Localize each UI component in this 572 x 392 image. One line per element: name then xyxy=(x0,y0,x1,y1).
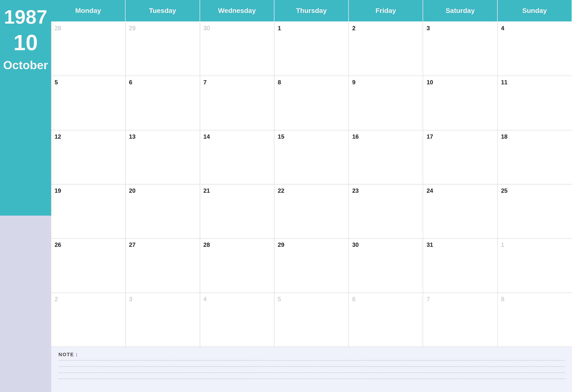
day-number: 29 xyxy=(278,241,345,248)
day-number: 27 xyxy=(129,241,196,248)
day-number: 3 xyxy=(427,25,494,32)
day-cell[interactable]: 8 xyxy=(274,76,349,130)
header-saturday: Saturday xyxy=(423,0,497,22)
header-friday: Friday xyxy=(349,0,423,22)
day-cell[interactable]: 28 xyxy=(200,238,274,293)
day-number: 17 xyxy=(427,133,494,140)
day-number: 21 xyxy=(204,187,271,194)
day-number: 12 xyxy=(55,133,122,140)
day-cell[interactable]: 28 xyxy=(51,22,126,76)
sidebar: 1987 10 October xyxy=(0,0,51,392)
day-cell[interactable]: 19 xyxy=(51,184,126,238)
day-cell[interactable]: 9 xyxy=(349,76,423,130)
day-cell[interactable]: 4 xyxy=(200,293,274,347)
day-cell[interactable]: 4 xyxy=(498,22,572,76)
note-line-1 xyxy=(59,360,565,361)
day-number: 23 xyxy=(352,187,419,194)
note-line-2 xyxy=(59,366,565,367)
day-cell[interactable]: 29 xyxy=(126,22,200,76)
day-cell[interactable]: 30 xyxy=(200,22,274,76)
calendar-grid: Monday Tuesday Wednesday Thursday Friday… xyxy=(51,0,572,347)
day-cell[interactable]: 5 xyxy=(51,76,126,130)
day-cell[interactable]: 7 xyxy=(423,293,497,347)
day-number: 4 xyxy=(204,296,271,303)
day-number: 29 xyxy=(129,25,196,32)
notes-area: NOTE : xyxy=(51,347,572,392)
day-number: 1 xyxy=(278,25,345,32)
header-row: Monday Tuesday Wednesday Thursday Friday… xyxy=(51,0,572,22)
day-number: 6 xyxy=(352,296,419,303)
day-cell[interactable]: 14 xyxy=(200,130,274,184)
day-cell[interactable]: 29 xyxy=(274,238,349,293)
header-monday: Monday xyxy=(51,0,126,22)
day-number: 28 xyxy=(55,25,122,32)
day-number: 4 xyxy=(501,25,569,32)
day-cell[interactable]: 1 xyxy=(274,22,349,76)
day-number: 16 xyxy=(352,133,419,140)
day-number: 7 xyxy=(427,296,494,303)
day-number: 13 xyxy=(129,133,196,140)
day-cell[interactable]: 2 xyxy=(349,22,423,76)
day-number: 22 xyxy=(278,187,345,194)
day-cell[interactable]: 7 xyxy=(200,76,274,130)
day-cell[interactable]: 24 xyxy=(423,184,497,238)
day-cell[interactable]: 27 xyxy=(126,238,200,293)
day-number: 24 xyxy=(427,187,494,194)
note-line-4 xyxy=(59,379,565,379)
day-number: 28 xyxy=(204,241,271,248)
days-grid: 2829301234567891011121314151617181920212… xyxy=(51,22,572,347)
day-number: 30 xyxy=(204,25,271,32)
day-number: 18 xyxy=(501,133,569,140)
day-number: 5 xyxy=(55,79,122,86)
day-cell[interactable]: 20 xyxy=(126,184,200,238)
day-number: 15 xyxy=(278,133,345,140)
header-sunday: Sunday xyxy=(498,0,572,22)
day-number: 9 xyxy=(352,79,419,86)
day-number: 8 xyxy=(501,296,569,303)
day-number: 11 xyxy=(501,79,569,86)
day-cell[interactable]: 16 xyxy=(349,130,423,184)
day-cell[interactable]: 17 xyxy=(423,130,497,184)
day-cell[interactable]: 2 xyxy=(51,293,126,347)
main-area: Monday Tuesday Wednesday Thursday Friday… xyxy=(51,0,572,392)
day-cell[interactable]: 6 xyxy=(126,76,200,130)
day-cell[interactable]: 18 xyxy=(498,130,572,184)
header-tuesday: Tuesday xyxy=(126,0,200,22)
day-cell[interactable]: 23 xyxy=(349,184,423,238)
day-cell[interactable]: 5 xyxy=(274,293,349,347)
day-number: 7 xyxy=(204,79,271,86)
day-cell[interactable]: 3 xyxy=(423,22,497,76)
day-cell[interactable]: 12 xyxy=(51,130,126,184)
day-cell[interactable]: 22 xyxy=(274,184,349,238)
day-number: 3 xyxy=(129,296,196,303)
sidebar-year: 1987 xyxy=(4,7,47,27)
note-line-3 xyxy=(59,373,565,373)
day-cell[interactable]: 30 xyxy=(349,238,423,293)
day-number: 14 xyxy=(204,133,271,140)
day-number: 19 xyxy=(55,187,122,194)
day-number: 5 xyxy=(278,296,345,303)
day-number: 31 xyxy=(427,241,494,248)
sidebar-month-number: 10 xyxy=(13,32,38,54)
day-cell[interactable]: 21 xyxy=(200,184,274,238)
day-cell[interactable]: 1 xyxy=(498,238,572,293)
day-number: 6 xyxy=(129,79,196,86)
day-cell[interactable]: 13 xyxy=(126,130,200,184)
day-cell[interactable]: 3 xyxy=(126,293,200,347)
day-number: 1 xyxy=(501,241,569,248)
day-number: 25 xyxy=(501,187,569,194)
sidebar-month-name: October xyxy=(3,59,48,72)
day-cell[interactable]: 31 xyxy=(423,238,497,293)
day-cell[interactable]: 26 xyxy=(51,238,126,293)
day-cell[interactable]: 11 xyxy=(498,76,572,130)
day-cell[interactable]: 6 xyxy=(349,293,423,347)
day-cell[interactable]: 15 xyxy=(274,130,349,184)
header-thursday: Thursday xyxy=(274,0,349,22)
day-number: 2 xyxy=(55,296,122,303)
note-label: NOTE : xyxy=(59,352,565,357)
day-cell[interactable]: 25 xyxy=(498,184,572,238)
day-cell[interactable]: 8 xyxy=(498,293,572,347)
day-cell[interactable]: 10 xyxy=(423,76,497,130)
day-number: 8 xyxy=(278,79,345,86)
day-number: 26 xyxy=(55,241,122,248)
